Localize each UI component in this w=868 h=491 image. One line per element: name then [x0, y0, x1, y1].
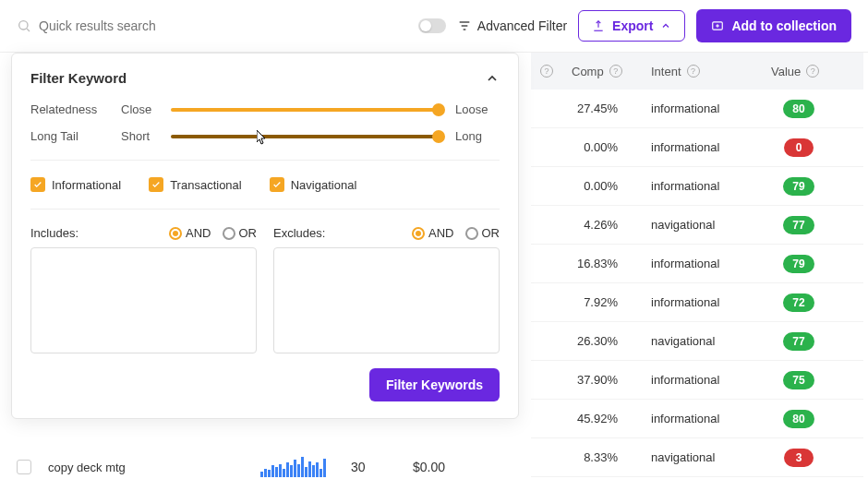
radio-icon — [169, 227, 182, 240]
table-row[interactable]: 0.00%informational0 — [531, 128, 863, 167]
value-cell: 77 — [762, 332, 836, 351]
excludes-and-radio[interactable]: AND — [412, 226, 453, 240]
divider — [30, 209, 500, 210]
collapse-panel-icon[interactable] — [485, 71, 500, 86]
advanced-filter-button[interactable]: Advanced Filter — [457, 18, 567, 33]
comp-cell: 0.00% — [531, 140, 651, 154]
table-row[interactable]: 37.90%informational75 — [531, 361, 863, 400]
table-row[interactable]: copy deck mtg 30 $0.00 — [17, 450, 851, 484]
chevron-up-icon — [660, 20, 671, 31]
checkbox-label: Transactional — [170, 178, 242, 192]
excludes-or-radio[interactable]: OR — [465, 226, 500, 240]
table-row[interactable]: 4.26%navigational77 — [531, 206, 863, 245]
intent-cell: informational — [651, 140, 762, 154]
row-checkbox[interactable] — [17, 460, 31, 474]
filter-icon — [457, 18, 472, 33]
slider-min-longtail: Short — [121, 129, 156, 143]
slider-min-relatedness: Close — [121, 102, 156, 116]
slider-max-relatedness: Loose — [455, 102, 500, 116]
table-row[interactable]: 27.45%informational80 — [531, 90, 863, 128]
radio-label: AND — [186, 226, 211, 240]
help-icon[interactable]: ? — [806, 65, 819, 78]
intent-cell: informational — [651, 257, 762, 270]
add-collection-label: Add to collection — [731, 18, 837, 33]
radio-icon — [465, 227, 478, 240]
table-row[interactable]: 7.92%informational72 — [531, 283, 863, 322]
value-pill: 72 — [783, 293, 814, 312]
includes-label: Includes: — [30, 226, 78, 240]
informational-checkbox[interactable]: Informational — [30, 177, 121, 192]
export-button[interactable]: Export — [578, 10, 685, 42]
help-icon[interactable]: ? — [687, 65, 700, 78]
checkbox-icon — [30, 177, 45, 192]
slider-thumb[interactable] — [432, 103, 445, 116]
slider-label-relatedness: Relatedness — [30, 102, 106, 116]
divider — [30, 160, 500, 161]
collection-add-icon — [711, 19, 724, 32]
intent-cell: informational — [651, 412, 762, 425]
table-row[interactable]: 26.30%navigational77 — [531, 322, 863, 361]
volume-cell: 30 — [334, 460, 390, 474]
comp-cell: 27.45% — [531, 102, 651, 115]
includes-and-radio[interactable]: AND — [169, 226, 211, 240]
slider-max-longtail: Long — [455, 129, 500, 143]
value-pill: 80 — [783, 100, 814, 118]
value-pill: 75 — [783, 371, 814, 389]
help-icon[interactable]: ? — [609, 65, 622, 78]
intent-cell: informational — [651, 295, 762, 309]
includes-textarea[interactable] — [30, 247, 257, 353]
transactional-checkbox[interactable]: Transactional — [149, 177, 242, 192]
includes-or-radio[interactable]: OR — [223, 226, 258, 240]
longtail-slider[interactable] — [171, 135, 440, 138]
toggle-switch[interactable] — [418, 18, 446, 33]
radio-label: AND — [428, 226, 453, 240]
table-row[interactable]: 0.00%informational79 — [531, 167, 863, 206]
radio-label: OR — [239, 226, 258, 240]
svg-point-0 — [19, 21, 28, 30]
navigational-checkbox[interactable]: Navigational — [270, 177, 357, 192]
comp-cell: 16.83% — [531, 257, 651, 270]
comp-cell: 0.00% — [531, 179, 651, 193]
value-pill: 77 — [783, 216, 814, 234]
filter-keyword-panel: Filter Keyword Relatedness Close Loose L… — [11, 53, 519, 419]
checkbox-label: Informational — [52, 178, 121, 192]
add-to-collection-button[interactable]: Add to collection — [696, 9, 851, 42]
radio-label: OR — [482, 226, 500, 240]
value-pill: 79 — [783, 177, 814, 196]
value-cell: 77 — [762, 216, 836, 234]
value-cell: 80 — [762, 410, 836, 428]
table-row[interactable]: 45.92%informational80 — [531, 400, 863, 438]
advanced-filter-label: Advanced Filter — [477, 18, 567, 33]
comp-cell: 4.26% — [531, 218, 651, 232]
checkbox-icon — [149, 177, 163, 192]
help-icon[interactable]: ? — [540, 65, 553, 78]
col-header-comp[interactable]: Comp — [572, 65, 604, 78]
comp-cell: 7.92% — [531, 295, 651, 309]
comp-cell: 26.30% — [531, 334, 651, 348]
excludes-textarea[interactable] — [273, 247, 500, 353]
col-header-value[interactable]: Value — [771, 65, 801, 78]
value-pill: 0 — [784, 138, 814, 157]
slider-label-longtail: Long Tail — [30, 129, 106, 143]
svg-line-1 — [27, 29, 30, 31]
value-pill: 79 — [783, 255, 814, 273]
radio-icon — [223, 227, 235, 240]
value-cell: 80 — [762, 100, 836, 118]
value-cell: 0 — [762, 138, 836, 157]
value-cell: 79 — [762, 177, 836, 196]
slider-thumb[interactable] — [432, 130, 445, 143]
value-cell: 79 — [762, 255, 836, 273]
keyword-cell: copy deck mtg — [48, 461, 260, 474]
col-header-intent[interactable]: Intent — [651, 65, 681, 78]
value-pill: 77 — [783, 332, 814, 351]
search-icon — [17, 18, 31, 33]
checkbox-label: Navigational — [291, 178, 357, 192]
relatedness-slider[interactable] — [171, 108, 440, 112]
intent-cell: navigational — [651, 218, 762, 232]
search-input[interactable] — [39, 18, 223, 33]
comp-cell: 45.92% — [531, 412, 651, 425]
table-row[interactable]: 16.83%informational79 — [531, 245, 863, 283]
export-icon — [592, 19, 605, 32]
panel-title: Filter Keyword — [30, 70, 127, 86]
filter-keywords-button[interactable]: Filter Keywords — [369, 368, 500, 401]
